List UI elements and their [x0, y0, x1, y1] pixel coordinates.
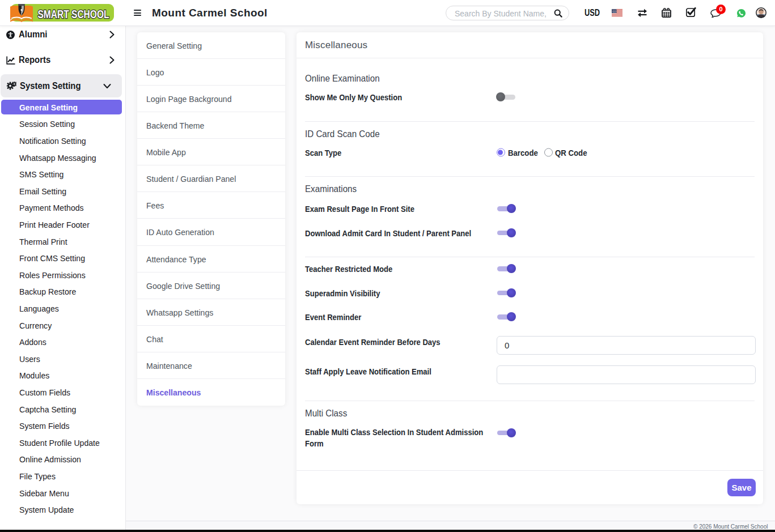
svg-text:SMART SCHOOL: SMART SCHOOL: [38, 8, 109, 20]
